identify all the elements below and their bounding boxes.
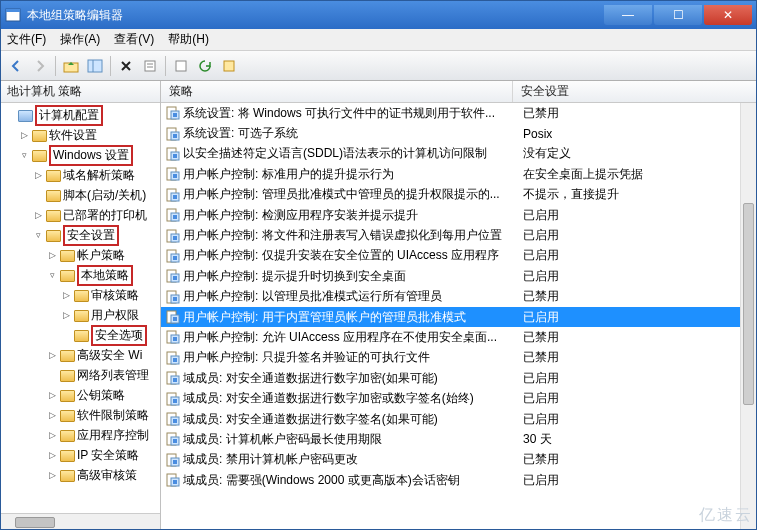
folder-icon (73, 308, 89, 322)
policy-row[interactable]: 用户帐户控制: 提示提升时切换到安全桌面已启用 (161, 266, 756, 286)
twisty-icon[interactable]: ▷ (47, 390, 57, 400)
tree-item[interactable]: ▷公钥策略 (1, 385, 160, 405)
vertical-scrollbar[interactable] (740, 103, 756, 529)
tree-item[interactable]: ▷高级安全 Wi (1, 345, 160, 365)
policy-value: 已启用 (515, 370, 756, 387)
policy-value: 已启用 (515, 227, 756, 244)
policy-name: 用户帐户控制: 管理员批准模式中管理员的提升权限提示的... (183, 186, 515, 203)
forward-button[interactable] (31, 57, 49, 75)
policy-icon (161, 350, 183, 366)
tree-item[interactable]: 计算机配置 (1, 105, 160, 125)
help-icon[interactable] (220, 57, 238, 75)
twisty-icon[interactable]: ▷ (47, 450, 57, 460)
policy-name: 用户帐户控制: 以管理员批准模式运行所有管理员 (183, 288, 515, 305)
policy-row[interactable]: 用户帐户控制: 标准用户的提升提示行为在安全桌面上提示凭据 (161, 164, 756, 184)
tree-item[interactable]: 安全选项 (1, 325, 160, 345)
policy-icon (161, 248, 183, 264)
policy-icon (161, 411, 183, 427)
minimize-button[interactable]: ― (604, 5, 652, 25)
svg-rect-12 (173, 113, 177, 117)
twisty-icon[interactable]: ▷ (33, 210, 43, 220)
tree-item-label: 帐户策略 (77, 247, 125, 264)
folder-icon (45, 188, 61, 202)
column-setting[interactable]: 安全设置 (513, 81, 756, 102)
back-button[interactable] (7, 57, 25, 75)
policy-name: 系统设置: 可选子系统 (183, 125, 515, 142)
twisty-icon[interactable]: ▷ (33, 170, 43, 180)
policy-value: 已启用 (515, 309, 756, 326)
policy-row[interactable]: 用户帐户控制: 仅提升安装在安全位置的 UIAccess 应用程序已启用 (161, 246, 756, 266)
tree-horizontal-scrollbar[interactable] (1, 513, 160, 529)
tree-item[interactable]: ▷软件设置 (1, 125, 160, 145)
policy-row[interactable]: 系统设置: 可选子系统Posix (161, 123, 756, 143)
policy-row[interactable]: 以安全描述符定义语言(SDDL)语法表示的计算机访问限制没有定义 (161, 144, 756, 164)
policy-icon (161, 105, 183, 121)
tree-item[interactable]: 网络列表管理 (1, 365, 160, 385)
policy-value: 30 天 (515, 431, 756, 448)
twisty-icon[interactable]: ▷ (47, 430, 57, 440)
tree-item[interactable]: ▷域名解析策略 (1, 165, 160, 185)
twisty-icon[interactable]: ▷ (61, 310, 71, 320)
tree-item[interactable]: ▷高级审核策 (1, 465, 160, 485)
policy-row[interactable]: 域成员: 对安全通道数据进行数字加密或数字签名(始终)已启用 (161, 388, 756, 408)
policy-row[interactable]: 用户帐户控制: 检测应用程序安装并提示提升已启用 (161, 205, 756, 225)
policy-value: Posix (515, 127, 756, 141)
policy-row[interactable]: 系统设置: 将 Windows 可执行文件中的证书规则用于软件...已禁用 (161, 103, 756, 123)
delete-icon[interactable] (117, 57, 135, 75)
window-title: 本地组策略编辑器 (27, 7, 123, 24)
folder-icon (73, 328, 89, 342)
policy-row[interactable]: 用户帐户控制: 以管理员批准模式运行所有管理员已禁用 (161, 287, 756, 307)
close-button[interactable]: ✕ (704, 5, 752, 25)
svg-rect-18 (173, 154, 177, 158)
tree-item[interactable]: ▿本地策略 (1, 265, 160, 285)
maximize-button[interactable]: ☐ (654, 5, 702, 25)
menu-view[interactable]: 查看(V) (114, 31, 154, 48)
policy-row[interactable]: 用户帐户控制: 将文件和注册表写入错误虚拟化到每用户位置已启用 (161, 225, 756, 245)
twisty-icon[interactable]: ▷ (47, 470, 57, 480)
twisty-icon[interactable]: ▷ (47, 410, 57, 420)
column-policy[interactable]: 策略 (161, 81, 513, 102)
policy-row[interactable]: 用户帐户控制: 用于内置管理员帐户的管理员批准模式已启用 (161, 307, 756, 327)
tree-item[interactable]: ▷帐户策略 (1, 245, 160, 265)
twisty-icon[interactable]: ▿ (19, 150, 29, 160)
menu-action[interactable]: 操作(A) (60, 31, 100, 48)
tree-item[interactable]: ▷已部署的打印机 (1, 205, 160, 225)
policy-row[interactable]: 域成员: 禁用计算机帐户密码更改已禁用 (161, 450, 756, 470)
policy-row[interactable]: 用户帐户控制: 管理员批准模式中管理员的提升权限提示的...不提示，直接提升 (161, 185, 756, 205)
twisty-icon[interactable]: ▿ (33, 230, 43, 240)
policy-icon (161, 370, 183, 386)
policy-value: 已启用 (515, 247, 756, 264)
tree-item[interactable]: ▷IP 安全策略 (1, 445, 160, 465)
policy-row[interactable]: 域成员: 对安全通道数据进行数字加密(如果可能)已启用 (161, 368, 756, 388)
policy-name: 域成员: 计算机帐户密码最长使用期限 (183, 431, 515, 448)
tree-item[interactable]: ▿Windows 设置 (1, 145, 160, 165)
menu-file[interactable]: 文件(F) (7, 31, 46, 48)
tree-item[interactable]: ▷软件限制策略 (1, 405, 160, 425)
up-folder-icon[interactable] (62, 57, 80, 75)
properties-icon[interactable] (141, 57, 159, 75)
policy-row[interactable]: 域成员: 需要强(Windows 2000 或更高版本)会话密钥已启用 (161, 470, 756, 490)
svg-rect-9 (224, 61, 234, 71)
show-tree-icon[interactable] (86, 57, 104, 75)
tree-item[interactable]: ▷审核策略 (1, 285, 160, 305)
tree-item[interactable]: ▿安全设置 (1, 225, 160, 245)
refresh-icon[interactable] (196, 57, 214, 75)
tree-item[interactable]: 脚本(启动/关机) (1, 185, 160, 205)
twisty-icon[interactable]: ▷ (61, 290, 71, 300)
twisty-icon[interactable]: ▷ (47, 250, 57, 260)
policy-row[interactable]: 用户帐户控制: 允许 UIAccess 应用程序在不使用安全桌面...已禁用 (161, 327, 756, 347)
policy-row[interactable]: 域成员: 对安全通道数据进行数字签名(如果可能)已启用 (161, 409, 756, 429)
tree-item[interactable]: ▷应用程序控制 (1, 425, 160, 445)
policy-icon (161, 207, 183, 223)
twisty-icon[interactable]: ▷ (19, 130, 29, 140)
tree-item[interactable]: ▷用户权限 (1, 305, 160, 325)
policy-name: 用户帐户控制: 只提升签名并验证的可执行文件 (183, 349, 515, 366)
menu-help[interactable]: 帮助(H) (168, 31, 209, 48)
policy-name: 域成员: 禁用计算机帐户密码更改 (183, 451, 515, 468)
twisty-icon[interactable]: ▿ (47, 270, 57, 280)
tree[interactable]: 计算机配置▷软件设置▿Windows 设置▷域名解析策略脚本(启动/关机)▷已部… (1, 103, 160, 495)
export-icon[interactable] (172, 57, 190, 75)
policy-row[interactable]: 用户帐户控制: 只提升签名并验证的可执行文件已禁用 (161, 348, 756, 368)
policy-row[interactable]: 域成员: 计算机帐户密码最长使用期限30 天 (161, 429, 756, 449)
twisty-icon[interactable]: ▷ (47, 350, 57, 360)
